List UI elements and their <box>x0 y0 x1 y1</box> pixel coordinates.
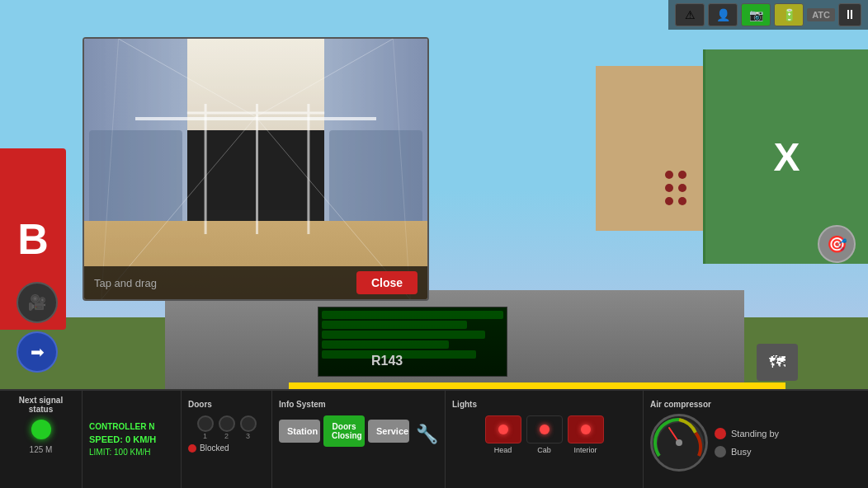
service-button[interactable]: Service <box>368 420 409 443</box>
signal-status-title: Next signal status <box>7 396 75 414</box>
busy-label: Busy <box>731 447 751 457</box>
gauge-circle <box>650 414 708 472</box>
svg-rect-6 <box>205 104 207 234</box>
camera-icon: 🎥 <box>28 293 46 312</box>
pause-button[interactable]: ⏸ <box>838 3 861 26</box>
lights-section: Lights Head Cab Interior <box>446 391 644 488</box>
limit-display: LIMIT: 100 KM/H <box>89 448 174 457</box>
top-bar: ⚠ 👤 📷 🔋 ATC ⏸ <box>668 0 868 30</box>
air-compressor-section: Air compressor <box>644 391 868 488</box>
head-light-control: Head <box>485 415 521 454</box>
cab-indicator-dots <box>665 171 686 205</box>
station-button[interactable]: Station <box>279 420 320 443</box>
doors-section: Doors 1 2 3 Blocked <box>182 391 272 488</box>
info-system-title: Info System <box>279 400 326 409</box>
lights-controls: Head Cab Interior <box>452 415 636 454</box>
train-interior-view[interactable] <box>84 39 427 299</box>
speed-display: SPEED: 0 KM/H <box>89 434 174 444</box>
svg-point-11 <box>676 439 682 446</box>
train-id: R143 <box>371 354 403 368</box>
signal-green-light <box>31 420 51 439</box>
person-icon[interactable]: 👤 <box>708 3 738 26</box>
screen-content <box>318 307 507 376</box>
controller-section: CONTROLLER N SPEED: 0 KM/H LIMIT: 100 KM… <box>83 391 182 488</box>
doors-closing-button[interactable]: Doors Closing <box>323 415 365 447</box>
air-content: Standing by Busy <box>650 414 861 472</box>
arrow-icon: ➡ <box>31 342 45 362</box>
signal-status-section: Next signal status 125 M <box>0 391 83 488</box>
info-system-section: Info System Station Doors Closing Servic… <box>272 391 446 488</box>
arrow-button[interactable]: ➡ <box>17 331 58 373</box>
atc-badge: ATC <box>807 8 835 21</box>
gauge-svg <box>653 416 705 469</box>
standing-by-dot <box>715 428 726 439</box>
controller-label: CONTROLLER N <box>89 422 174 431</box>
head-light-indicator[interactable] <box>485 415 521 443</box>
bottom-panel: Next signal status 125 M CONTROLLER N SP… <box>0 389 868 488</box>
navigation-button[interactable]: 🎯 <box>818 225 856 263</box>
warning-icon[interactable]: ⚠ <box>675 3 705 26</box>
svg-rect-8 <box>307 104 309 234</box>
cab-light-control: Cab <box>526 415 563 454</box>
air-compressor-title: Air compressor <box>650 400 711 409</box>
interior-light-indicator[interactable] <box>568 415 604 443</box>
blocked-label: Blocked <box>200 443 229 453</box>
interior-popup: Tap and drag Close <box>83 37 429 301</box>
blocked-indicator: Blocked <box>188 443 265 453</box>
interior-light-control: Interior <box>568 415 604 454</box>
blocked-red-dot <box>188 444 196 453</box>
standing-by-label: Standing by <box>731 429 779 439</box>
wrench-icon[interactable]: 🔧 <box>413 417 438 445</box>
cab-light-label: Cab <box>537 446 551 454</box>
svg-rect-9 <box>187 111 324 114</box>
camera-button[interactable]: 🎥 <box>17 282 58 323</box>
map-button[interactable]: 🗺 <box>757 344 798 381</box>
head-light-label: Head <box>494 446 512 454</box>
standing-by-row: Standing by <box>715 428 779 439</box>
tap-drag-label: Tap and drag <box>94 277 157 289</box>
close-popup-button[interactable]: Close <box>356 271 417 294</box>
camera-icon-top[interactable]: 📷 <box>741 3 771 26</box>
svg-rect-7 <box>256 104 258 234</box>
interior-light-label: Interior <box>573 446 597 454</box>
cab-light-indicator[interactable] <box>526 415 563 443</box>
air-status: Standing by Busy <box>715 428 779 458</box>
door-1: 1 <box>197 415 214 440</box>
door-2: 2 <box>219 415 235 440</box>
doors-title: Doors <box>188 400 212 409</box>
pressure-gauge <box>650 414 708 472</box>
door-indicators: 1 2 3 <box>188 415 265 440</box>
yellow-safety-line <box>289 382 785 389</box>
lights-title: Lights <box>452 400 477 409</box>
busy-row: Busy <box>715 446 779 458</box>
door-3: 3 <box>240 415 257 440</box>
left-panel-label: B <box>17 214 49 264</box>
cab-info-display <box>318 307 507 377</box>
handrail-poles <box>84 39 427 299</box>
signal-distance: 125 M <box>30 445 53 454</box>
battery-icon[interactable]: 🔋 <box>774 3 804 26</box>
navigation-icon: 🎯 <box>827 234 847 254</box>
busy-dot <box>715 446 726 458</box>
popup-bottom-bar: Tap and drag Close <box>84 266 427 299</box>
info-buttons-row: Station Doors Closing Service 🔧 <box>279 415 438 447</box>
